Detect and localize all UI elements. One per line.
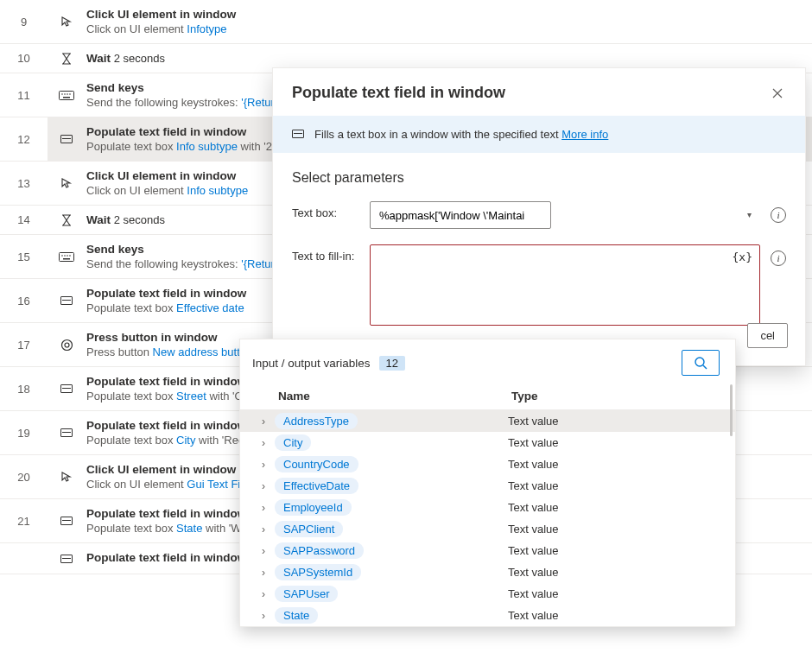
scrollbar[interactable] bbox=[730, 384, 733, 436]
step-subtitle: Press button New address button bbox=[86, 346, 252, 358]
text-icon bbox=[59, 384, 74, 393]
text-icon bbox=[59, 135, 74, 143]
variable-row[interactable]: ›SAPPasswordText value bbox=[240, 540, 735, 561]
chevron-right-icon[interactable]: › bbox=[252, 480, 275, 492]
info-icon[interactable]: i bbox=[771, 250, 786, 266]
info-bar: Fills a text box in a window with the sp… bbox=[273, 116, 805, 153]
svg-point-7 bbox=[61, 255, 63, 257]
svg-point-1 bbox=[61, 93, 63, 95]
variable-chip[interactable]: City bbox=[275, 434, 311, 451]
variable-chip[interactable]: AddressType bbox=[275, 413, 358, 429]
step-subtitle: Send the following keystrokes: '{Return}… bbox=[86, 257, 287, 270]
step-number: 11 bbox=[0, 73, 48, 117]
step-link[interactable]: City bbox=[176, 434, 195, 447]
step-number: 20 bbox=[0, 455, 48, 498]
variable-row[interactable]: ›SAPSystemIdText value bbox=[240, 561, 735, 583]
text-icon bbox=[59, 517, 74, 525]
variables-header: Name Type bbox=[240, 384, 735, 410]
variable-chip[interactable]: State bbox=[275, 607, 318, 624]
svg-point-10 bbox=[69, 255, 71, 257]
svg-rect-0 bbox=[60, 91, 74, 99]
wait-icon bbox=[59, 214, 74, 226]
cancel-button[interactable]: cel bbox=[747, 323, 788, 348]
variable-row[interactable]: ›AddressTypeText value bbox=[240, 410, 735, 432]
variable-type: Text value bbox=[508, 479, 723, 492]
variable-chip[interactable]: CountryCode bbox=[275, 456, 358, 472]
step-number bbox=[0, 543, 48, 574]
text-to-fill-input[interactable]: {x} bbox=[370, 244, 760, 326]
variables-popup: Input / output variables 12 Name Type ›A… bbox=[239, 339, 736, 627]
variable-row[interactable]: ›CountryCodeText value bbox=[240, 453, 735, 475]
step-title: Wait bbox=[86, 52, 114, 65]
close-icon[interactable] bbox=[769, 85, 786, 102]
click-icon bbox=[59, 176, 74, 190]
more-info-link[interactable]: More info bbox=[561, 128, 608, 141]
svg-rect-5 bbox=[63, 97, 70, 98]
variable-type: Text value bbox=[508, 523, 723, 536]
step-link[interactable]: Effective date bbox=[176, 301, 244, 314]
step-link[interactable]: State bbox=[176, 522, 202, 535]
step-subtitle: Populate text box State with 'WA' bbox=[86, 522, 251, 535]
variable-picker-icon[interactable]: {x} bbox=[733, 250, 752, 263]
chevron-right-icon[interactable]: › bbox=[252, 459, 275, 471]
variable-chip[interactable]: EmployeeId bbox=[275, 499, 352, 516]
step-subtitle: Populate text box Info subtype with '2' bbox=[86, 140, 274, 153]
step-subtitle: Click on UI element Info subtype bbox=[86, 184, 248, 197]
flow-step[interactable]: 9Click UI element in windowClick on UI e… bbox=[0, 0, 812, 44]
info-icon[interactable]: i bbox=[771, 207, 786, 223]
search-button[interactable] bbox=[682, 350, 720, 376]
step-title: Click UI element in window bbox=[86, 463, 256, 476]
variable-chip[interactable]: EffectiveDate bbox=[275, 478, 358, 494]
chevron-right-icon[interactable]: › bbox=[252, 545, 275, 557]
variable-row[interactable]: ›StateText value bbox=[240, 605, 735, 626]
variable-chip[interactable]: SAPSystemId bbox=[275, 564, 361, 580]
chevron-right-icon[interactable]: › bbox=[252, 502, 275, 514]
variable-row[interactable]: ›SAPClientText value bbox=[240, 518, 735, 540]
variable-type: Text value bbox=[508, 544, 723, 557]
svg-point-8 bbox=[64, 255, 66, 257]
chevron-right-icon[interactable]: › bbox=[252, 523, 275, 536]
step-link[interactable]: 2 seconds bbox=[114, 52, 165, 65]
svg-line-15 bbox=[703, 365, 707, 369]
step-subtitle: Click on UI element Infotype bbox=[86, 22, 236, 35]
chevron-right-icon[interactable]: › bbox=[252, 415, 275, 428]
dialog-populate-text-field: Populate text field in window Fills a te… bbox=[272, 67, 806, 366]
variable-row[interactable]: ›CityText value bbox=[240, 432, 735, 453]
text-to-fill-label: Text to fill-in: bbox=[292, 244, 370, 263]
step-title: Click UI element in window bbox=[86, 169, 248, 182]
textbox-input[interactable] bbox=[370, 201, 551, 229]
chevron-right-icon[interactable]: › bbox=[252, 437, 275, 449]
chevron-down-icon: ▾ bbox=[747, 210, 752, 219]
step-title: Populate text field in window bbox=[86, 551, 246, 564]
variable-chip[interactable]: SAPPassword bbox=[275, 542, 364, 559]
variable-row[interactable]: ›SAPUserText value bbox=[240, 583, 735, 605]
variable-chip[interactable]: SAPUser bbox=[275, 586, 338, 602]
keys-icon bbox=[59, 91, 74, 100]
variables-count-badge: 12 bbox=[379, 356, 405, 371]
step-link[interactable]: Infotype bbox=[187, 22, 226, 35]
variable-type: Text value bbox=[508, 436, 723, 449]
text-icon bbox=[59, 296, 74, 305]
select-parameters-heading: Select parameters bbox=[292, 170, 786, 186]
step-title: Press button in window bbox=[86, 331, 252, 344]
step-number: 18 bbox=[0, 367, 48, 410]
variable-row[interactable]: ›EmployeeIdText value bbox=[240, 497, 735, 518]
click-icon bbox=[59, 470, 74, 484]
step-link[interactable]: Street bbox=[176, 390, 206, 403]
svg-point-4 bbox=[69, 93, 71, 95]
chevron-right-icon[interactable]: › bbox=[252, 588, 275, 600]
variable-chip[interactable]: SAPClient bbox=[275, 521, 343, 537]
text-field-icon bbox=[292, 128, 304, 141]
step-title: Populate text field in window bbox=[86, 125, 274, 138]
step-number: 15 bbox=[0, 235, 48, 278]
chevron-right-icon[interactable]: › bbox=[252, 567, 275, 579]
step-link[interactable]: Info subtype bbox=[187, 184, 248, 197]
chevron-right-icon[interactable]: › bbox=[252, 610, 275, 622]
step-link[interactable]: 2 seconds bbox=[114, 213, 165, 226]
step-subtitle: Click on UI element Gui Text Field bbox=[86, 478, 256, 491]
step-link[interactable]: New address button bbox=[153, 346, 253, 358]
step-title: Click UI element in window bbox=[86, 8, 236, 21]
variable-row[interactable]: ›EffectiveDateText value bbox=[240, 475, 735, 497]
step-number: 19 bbox=[0, 411, 48, 454]
step-link[interactable]: Info subtype bbox=[176, 140, 238, 153]
